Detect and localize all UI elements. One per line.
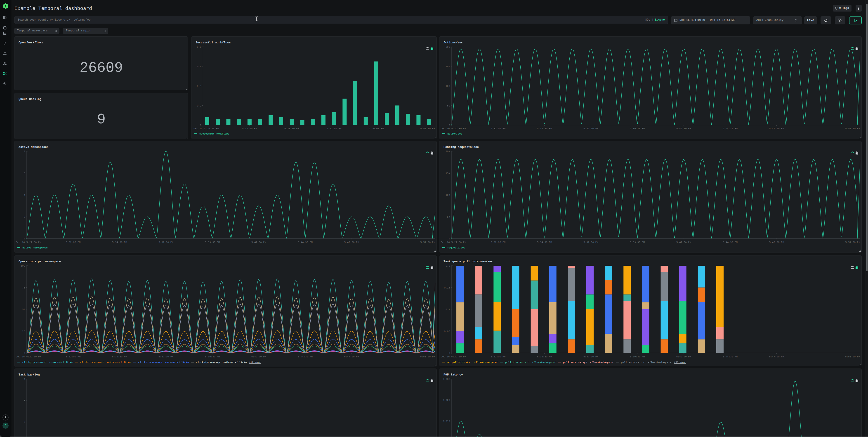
svg-text:200: 200 <box>445 46 450 49</box>
svg-text:0.038: 0.038 <box>442 378 450 380</box>
svg-text:clickpipes-aws-p..outheast-2.l: clickpipes-aws-p..outheast-2.l2c4n <box>80 361 131 364</box>
svg-text:+56 more: +56 more <box>674 361 686 364</box>
svg-text:5:39:30 PM: 5:39:30 PM <box>205 241 220 244</box>
svg-text:5:34:30 PM: 5:34:30 PM <box>112 241 127 244</box>
svg-text:5:32:00 PM: 5:32:00 PM <box>66 241 81 244</box>
svg-text:5:46:00 PM: 5:46:00 PM <box>369 127 383 130</box>
svg-text:Dec 16 5:29:30 PM: Dec 16 5:29:30 PM <box>16 241 41 244</box>
svg-text:Queue Backlog: Queue Backlog <box>19 97 41 101</box>
svg-text:5:42:00 PM: 5:42:00 PM <box>676 127 691 130</box>
svg-text:8: 8 <box>24 150 25 153</box>
svg-text:Active Namespaces: Active Namespaces <box>19 145 49 149</box>
svg-text:3: 3 <box>24 399 25 402</box>
svg-text:poll_success_syn..-flow-task-q: poll_success_syn..-flow-task-queue <box>563 361 614 364</box>
svg-text:0.2: 0.2 <box>197 104 202 107</box>
svg-text:75: 75 <box>22 286 25 289</box>
svg-text:0: 0 <box>24 238 25 240</box>
svg-text:5:47:00 PM: 5:47:00 PM <box>344 355 359 358</box>
svg-text:action/sec: action/sec <box>447 132 462 135</box>
svg-text:poll_success · c..-flow-task-q: poll_success · c..-flow-task-queue <box>621 361 672 364</box>
svg-text:5K: 5K <box>447 216 450 218</box>
svg-text:100: 100 <box>445 85 450 88</box>
svg-text:5:51:00 PM: 5:51:00 PM <box>420 241 435 244</box>
svg-text:5:34:30 PM: 5:34:30 PM <box>537 127 552 130</box>
svg-text:5:32:00 PM: 5:32:00 PM <box>491 241 505 244</box>
svg-text:5:51:00 PM: 5:51:00 PM <box>845 355 860 358</box>
svg-text:5:44:30 PM: 5:44:30 PM <box>298 355 313 358</box>
svg-text:20K: 20K <box>445 150 450 153</box>
svg-text:clickpipes-aws-p..-us-east-1.l: clickpipes-aws-p..-us-east-1.l2c4n <box>138 361 189 364</box>
svg-text:5:32:00 PM: 5:32:00 PM <box>66 355 81 358</box>
svg-text:+12 more: +12 more <box>249 361 261 364</box>
svg-text:5:38:00 PM: 5:38:00 PM <box>284 127 299 130</box>
svg-text:5:44:30 PM: 5:44:30 PM <box>723 241 738 244</box>
svg-text:5:37:00 PM: 5:37:00 PM <box>583 355 598 358</box>
svg-text:Open Workflows: Open Workflows <box>19 41 43 44</box>
svg-text:Operations per namespace: Operations per namespace <box>19 260 61 263</box>
svg-text:0.2: 0.2 <box>445 264 450 267</box>
svg-text:5:51:00 PM: 5:51:00 PM <box>420 355 435 358</box>
svg-text:5:34:30 PM: 5:34:30 PM <box>537 241 552 244</box>
svg-text:5:44:30 PM: 5:44:30 PM <box>723 127 738 130</box>
svg-text:requests/sec: requests/sec <box>447 246 465 249</box>
svg-text:150: 150 <box>445 65 450 68</box>
svg-text:Dec 16 5:29:30 PM: Dec 16 5:29:30 PM <box>441 355 466 358</box>
svg-text:0.029: 0.029 <box>442 399 450 402</box>
svg-text:0: 0 <box>24 352 25 354</box>
svg-text:26609: 26609 <box>80 60 123 76</box>
svg-text:5:32:00 PM: 5:32:00 PM <box>491 127 505 130</box>
svg-text:5:47:00 PM: 5:47:00 PM <box>769 241 784 244</box>
svg-text:5:32:00 PM: 5:32:00 PM <box>491 355 505 358</box>
svg-text:50: 50 <box>22 308 25 311</box>
svg-text:5:42:00 PM: 5:42:00 PM <box>251 241 266 244</box>
svg-text:5:42:00 PM: 5:42:00 PM <box>676 241 691 244</box>
svg-text:2: 2 <box>24 216 25 218</box>
svg-text:5:51:00 PM: 5:51:00 PM <box>420 127 435 130</box>
svg-text:no_poller_tasks ..-flow-task-q: no_poller_tasks ..-flow-task-queue <box>447 361 498 364</box>
svg-text:clickpipes-aws-p..outheast-2.l: clickpipes-aws-p..outheast-2.l2c4n <box>196 361 247 364</box>
svg-text:0.6: 0.6 <box>197 65 202 68</box>
svg-text:0: 0 <box>200 124 202 127</box>
svg-text:Successful workflows: Successful workflows <box>195 41 231 44</box>
svg-text:0.8: 0.8 <box>197 46 202 49</box>
svg-text:5:51:00 PM: 5:51:00 PM <box>845 241 860 244</box>
svg-text:5:44:30 PM: 5:44:30 PM <box>723 355 738 358</box>
svg-text:4: 4 <box>24 194 25 196</box>
svg-text:Dec 16 5:29:30 PM: Dec 16 5:29:30 PM <box>193 127 219 130</box>
svg-text:0: 0 <box>448 238 450 240</box>
svg-text:5:39:30 PM: 5:39:30 PM <box>630 127 645 130</box>
svg-text:Pending requests/sec: Pending requests/sec <box>443 145 479 149</box>
svg-text:Task backlog: Task backlog <box>19 373 40 376</box>
svg-text:clickpipes-aws-p..-us-east-2.l: clickpipes-aws-p..-us-east-2.l2c4n <box>22 361 73 364</box>
svg-text:2: 2 <box>24 421 25 424</box>
svg-text:15K: 15K <box>445 172 450 175</box>
svg-text:0.4: 0.4 <box>197 85 202 88</box>
svg-text:10K: 10K <box>445 194 450 196</box>
svg-text:9: 9 <box>97 112 105 128</box>
svg-text:5:47:00 PM: 5:47:00 PM <box>769 355 784 358</box>
svg-text:Task queue poll outcomes/sec: Task queue poll outcomes/sec <box>443 260 493 263</box>
svg-text:5:42:00 PM: 5:42:00 PM <box>676 355 691 358</box>
svg-text:25: 25 <box>22 330 25 333</box>
svg-text:50: 50 <box>447 104 450 107</box>
svg-text:5:44:30 PM: 5:44:30 PM <box>298 241 313 244</box>
svg-text:100: 100 <box>21 264 25 267</box>
svg-text:0: 0 <box>448 352 450 354</box>
svg-text:0.15: 0.15 <box>444 286 450 289</box>
svg-text:6: 6 <box>24 172 25 175</box>
svg-text:5:37:00 PM: 5:37:00 PM <box>158 241 174 244</box>
svg-text:5:42:00 PM: 5:42:00 PM <box>251 355 266 358</box>
svg-text:5:34:30 PM: 5:34:30 PM <box>112 355 127 358</box>
svg-text:5:51:00 PM: 5:51:00 PM <box>845 127 860 130</box>
svg-text:0.019: 0.019 <box>442 420 450 423</box>
svg-text:Dec 16 5:29:30 PM: Dec 16 5:29:30 PM <box>441 241 466 244</box>
svg-text:poll_timeout · c..-flow-task-q: poll_timeout · c..-flow-task-queue <box>505 361 556 364</box>
svg-text:4: 4 <box>24 378 25 380</box>
svg-text:0.1: 0.1 <box>445 308 450 311</box>
svg-text:5:37:00 PM: 5:37:00 PM <box>583 241 598 244</box>
svg-text:5:42:00 PM: 5:42:00 PM <box>327 127 342 130</box>
svg-text:5:39:30 PM: 5:39:30 PM <box>630 241 645 244</box>
svg-text:P95 latency: P95 latency <box>443 373 463 376</box>
svg-text:Dec 16 5:29:30 PM: Dec 16 5:29:30 PM <box>441 127 466 130</box>
svg-text:successful workflows: successful workflows <box>199 132 229 135</box>
